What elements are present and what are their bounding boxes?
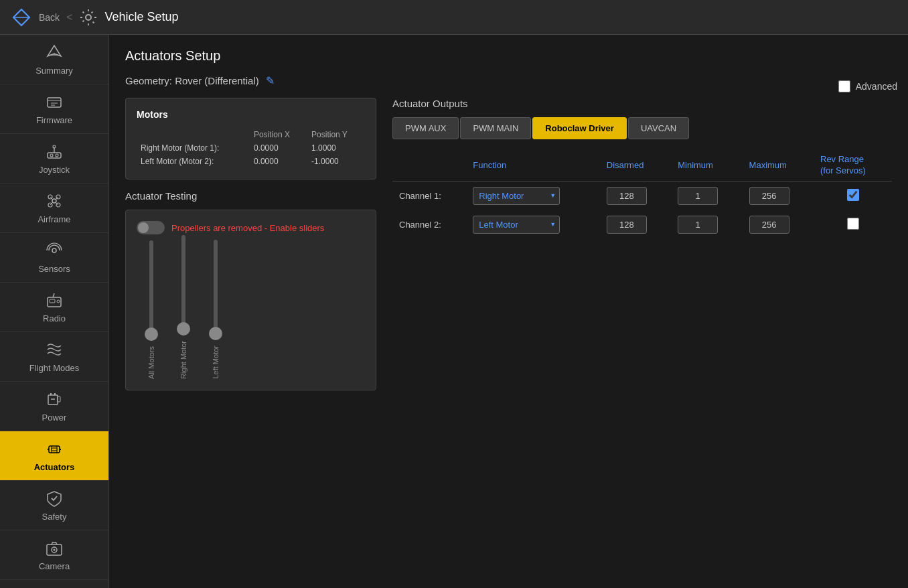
channel-2-rev-checkbox[interactable]: [847, 218, 859, 230]
svg-point-23: [57, 300, 60, 303]
motor-2-name: Left Motor (Motor 2):: [137, 155, 250, 168]
col-rev-range: Rev Range (for Servos): [814, 150, 892, 181]
channel-1-rev-checkbox[interactable]: [847, 189, 859, 201]
testing-section: Actuator Testing Propellers are removed …: [125, 190, 376, 390]
section-title: Actuators Setup: [125, 48, 892, 64]
svg-point-20: [52, 248, 56, 252]
sidebar-item-parameters[interactable]: Parameters: [0, 580, 108, 588]
motor-1-name: Right Motor (Motor 1):: [137, 141, 250, 155]
channel-2-disarmed[interactable]: [607, 216, 647, 234]
outputs-title: Actuator Outputs: [392, 98, 892, 109]
sidebar-label-camera: Camera: [39, 561, 70, 571]
slider-label-left: Left Motor: [212, 346, 220, 379]
output-row-1: Channel 1: Right Motor Left Motor Disabl…: [392, 181, 892, 210]
slider-left-motor: Left Motor: [212, 240, 220, 379]
sidebar-item-power[interactable]: Power: [0, 382, 108, 431]
channel-1-label: Channel 1:: [399, 191, 441, 201]
tab-pwm-main[interactable]: PWM MAIN: [460, 117, 531, 139]
breadcrumb-sep: <: [66, 11, 72, 23]
channel-2-maximum[interactable]: [749, 216, 789, 234]
col-channel: [392, 150, 466, 181]
advanced-area: Advanced: [838, 80, 897, 92]
svg-rect-8: [48, 153, 61, 158]
sidebar-item-summary[interactable]: Summary: [0, 35, 108, 84]
safety-icon: [45, 489, 64, 508]
sidebar-label-safety: Safety: [42, 512, 67, 522]
sidebar-item-flightmodes[interactable]: Flight Modes: [0, 332, 108, 382]
slider-label-all: All Motors: [147, 346, 155, 379]
testing-header: Propellers are removed - Enable sliders: [137, 221, 365, 234]
sidebar-label-sensors: Sensors: [38, 264, 70, 274]
channel-2-function-select[interactable]: Right Motor Left Motor Disabled: [473, 216, 560, 234]
back-button[interactable]: Back: [39, 12, 60, 23]
slider-track-all: [149, 240, 153, 341]
output-tabs: PWM AUX PWM MAIN Roboclaw Driver UAVCAN: [392, 117, 892, 139]
camera-icon: [45, 538, 64, 557]
sidebar-item-firmware[interactable]: Firmware: [0, 84, 108, 134]
tab-roboclaw[interactable]: Roboclaw Driver: [532, 117, 627, 139]
sidebar-item-camera[interactable]: Camera: [0, 530, 108, 580]
svg-rect-25: [48, 395, 58, 405]
svg-point-10: [56, 154, 58, 157]
sidebar-label-power: Power: [42, 413, 67, 423]
svg-point-9: [50, 154, 53, 157]
col-disarmed: Disarmed: [600, 150, 671, 181]
slider-all-motors: All Motors: [147, 240, 155, 379]
motor-2-posx: 0.0000: [250, 155, 307, 168]
tab-uavcan[interactable]: UAVCAN: [628, 117, 689, 139]
channel-2-minimum[interactable]: [678, 216, 718, 234]
sidebar-item-airframe[interactable]: Airframe: [0, 183, 108, 233]
advanced-label: Advanced: [856, 81, 897, 92]
channel-1-function-wrapper: Right Motor Left Motor Disabled: [473, 187, 560, 205]
slider-thumb-left[interactable]: [209, 327, 222, 340]
sidebar-label-flightmodes: Flight Modes: [29, 363, 79, 373]
radio-icon: [45, 291, 64, 309]
output-row-2: Channel 2: Right Motor Left Motor Disabl…: [392, 210, 892, 239]
slider-thumb-right[interactable]: [177, 322, 190, 336]
channel-1-maximum[interactable]: [749, 187, 789, 205]
tab-pwm-aux[interactable]: PWM AUX: [392, 117, 459, 139]
channel-1-disarmed[interactable]: [607, 187, 647, 205]
outputs-section: Actuator Outputs PWM AUX PWM MAIN Robocl…: [392, 98, 892, 390]
col-minimum: Minimum: [671, 150, 742, 181]
geometry-row: Geometry: Rover (Differential) ✎: [125, 74, 892, 87]
firmware-icon: [45, 92, 64, 111]
sidebar-label-airframe: Airframe: [37, 214, 70, 224]
plane-icon: [45, 43, 64, 62]
col-function: Function: [466, 150, 600, 181]
sidebar-item-joystick[interactable]: Joystick: [0, 134, 108, 183]
svg-point-19: [52, 199, 56, 203]
motors-table: Position X Position Y Right Motor (Motor…: [137, 128, 365, 168]
channel-1-function-select[interactable]: Right Motor Left Motor Disabled: [473, 187, 560, 205]
sidebar-label-actuators: Actuators: [34, 462, 75, 472]
geometry-edit-icon[interactable]: ✎: [266, 74, 275, 87]
col-maximum: Maximum: [743, 150, 814, 181]
testing-warn: Propellers are removed - Enable sliders: [171, 223, 324, 233]
svg-point-38: [54, 549, 56, 551]
advanced-checkbox[interactable]: [838, 80, 850, 92]
sidebar-item-actuators[interactable]: Actuators: [0, 431, 108, 481]
testing-title: Actuator Testing: [125, 190, 376, 202]
channel-1-minimum[interactable]: [678, 187, 718, 205]
sidebar: Summary Firmware Joystick: [0, 35, 109, 588]
sensors-icon: [45, 241, 64, 260]
sidebar-item-radio[interactable]: Radio: [0, 283, 108, 332]
motor-row-1: Right Motor (Motor 1): 0.0000 1.0000: [137, 141, 365, 155]
sidebar-item-safety[interactable]: Safety: [0, 481, 108, 530]
sidebar-label-firmware: Firmware: [36, 115, 72, 125]
motor-row-2: Left Motor (Motor 2): 0.0000 -1.0000: [137, 155, 365, 168]
testing-toggle[interactable]: [137, 221, 165, 234]
sidebar-label-radio: Radio: [43, 313, 66, 323]
svg-line-24: [53, 293, 54, 297]
slider-thumb-all[interactable]: [145, 327, 158, 341]
testing-box: Propellers are removed - Enable sliders …: [125, 210, 376, 390]
col-name: [137, 128, 250, 141]
outputs-table: Function Disarmed Minimum Maximum Rev Ra…: [392, 150, 892, 239]
svg-rect-4: [48, 98, 61, 107]
geometry-label: Geometry: Rover (Differential): [125, 75, 259, 86]
col-posy: Position Y: [307, 128, 365, 141]
sidebar-item-sensors[interactable]: Sensors: [0, 233, 108, 283]
sidebar-label-joystick: Joystick: [39, 165, 70, 175]
actuators-icon: [45, 439, 64, 458]
motor-2-posy: -1.0000: [307, 155, 365, 168]
